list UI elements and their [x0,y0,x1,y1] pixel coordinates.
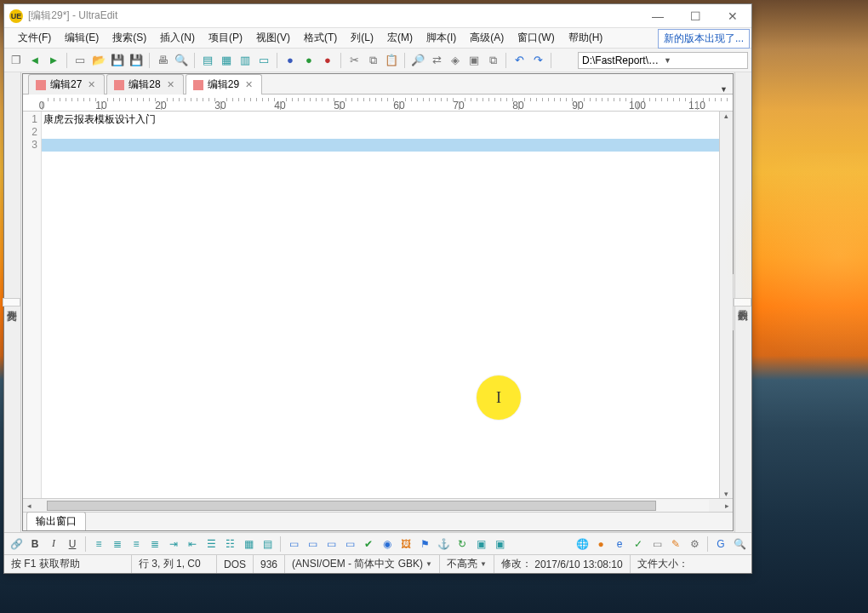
italic-button[interactable]: I [45,536,62,553]
tool1-icon[interactable]: ▭ [648,536,665,553]
scroll-thumb[interactable] [47,501,656,511]
scroll-left-icon[interactable]: ◂ [23,501,35,510]
tab-edit28[interactable]: 编辑28 ✕ [106,74,183,95]
edit-icon[interactable]: ✎ [667,536,684,553]
panel-function-list[interactable]: 函数列表 [734,298,751,306]
grid-icon[interactable]: ▦ [218,52,235,69]
tag2-icon[interactable]: ▭ [304,536,321,553]
back-icon[interactable]: ◄ [26,52,43,69]
output-tab[interactable]: 输出窗口 [26,512,86,530]
tag4-icon[interactable]: ▭ [341,536,358,553]
tag1-icon[interactable]: ▭ [285,536,302,553]
scroll-right-icon[interactable]: ▸ [721,501,733,510]
menu-edit[interactable]: 编辑(E) [58,28,106,48]
goto-icon[interactable]: ▣ [465,52,483,69]
undo-icon[interactable]: ↶ [511,52,528,69]
underline-button[interactable]: U [64,536,81,553]
column-icon[interactable]: ▥ [237,52,254,69]
left-side-panel[interactable]: 文件列表 [4,72,21,532]
save-as-icon[interactable]: 💾 [128,52,145,69]
browser-ie-icon[interactable]: e [611,536,628,553]
menu-project[interactable]: 项目(P) [202,28,249,48]
close-icon[interactable]: ✕ [86,79,97,90]
panel-file-list[interactable]: 文件列表 [3,298,20,306]
align-left-icon[interactable]: ≡ [90,536,107,553]
google-icon[interactable]: G [712,536,729,553]
right-side-panel[interactable]: 函数列表 XML 窗口 剪贴板历史记录 查找和替换 [734,72,751,532]
code-line[interactable] [42,126,719,139]
tab-edit27[interactable]: 编辑27 ✕ [28,74,105,95]
titlebar[interactable]: UE [编辑29*] - UltraEdit — ☐ ✕ [4,4,751,28]
list-ul-icon[interactable]: ☰ [203,536,220,553]
new-version-notice[interactable]: 新的版本出现了... [658,29,750,49]
align-center-icon[interactable]: ≣ [109,536,126,553]
check-icon[interactable]: ✔ [360,536,377,553]
settings-icon[interactable]: ⚙ [686,536,703,553]
refresh-icon[interactable]: ↻ [454,536,471,553]
path-combobox[interactable]: D:\FastReport\PDFToolKit\Deb ▼ [578,52,748,69]
code-line-selected[interactable] [42,139,719,152]
anchor-icon[interactable]: ⚓ [435,536,452,553]
code-line[interactable]: 康虎云报表模板设计入门 [42,113,719,126]
vertical-scrollbar[interactable] [719,112,733,498]
ruler[interactable]: 0102030405060708090100110 [23,95,733,112]
bookmark-icon[interactable]: ◈ [447,52,464,69]
minimize-button[interactable]: — [639,4,677,28]
tag3-icon[interactable]: ▭ [323,536,340,553]
save-icon[interactable]: 💾 [109,52,126,69]
close-icon[interactable]: ✕ [165,79,176,90]
scroll-track[interactable] [47,500,709,512]
justify-icon[interactable]: ≣ [146,536,163,553]
radio-icon[interactable]: ◉ [379,536,396,553]
code-area[interactable]: 康虎云报表模板设计入门 [42,112,719,498]
ue-red-icon[interactable]: ● [319,52,336,69]
bold-button[interactable]: B [26,536,43,553]
browser-chrome-icon[interactable]: 🌐 [574,536,591,553]
open-file-icon[interactable]: 📂 [90,52,107,69]
ue-green-icon[interactable]: ● [300,52,317,69]
image-icon[interactable]: 🖼 [397,536,414,553]
menu-search[interactable]: 搜索(S) [106,28,153,48]
menu-macro[interactable]: 宏(M) [380,28,420,48]
print-icon[interactable]: 🖶 [154,52,171,69]
menu-file[interactable]: 文件(F) [11,28,58,48]
save-all-icon[interactable]: ❐ [8,52,25,69]
replace-icon[interactable]: ⇄ [428,52,445,69]
indent-icon[interactable]: ⇥ [165,536,182,553]
menu-column[interactable]: 列(L) [344,28,380,48]
status-highlight[interactable]: 不高亮▼ [440,555,494,573]
status-encoding[interactable]: (ANSI/OEM - 简体中文 GBK)▼ [285,555,440,573]
search-web-icon[interactable]: 🔍 [731,536,748,553]
redo-icon[interactable]: ↷ [529,52,546,69]
chevron-down-icon[interactable]: ▼ [664,56,744,65]
outdent-icon[interactable]: ⇤ [184,536,201,553]
export-icon[interactable]: ▣ [472,536,489,553]
maximize-button[interactable]: ☐ [677,4,714,28]
menu-insert[interactable]: 插入(N) [153,28,202,48]
horizontal-scrollbar[interactable]: ◂ ▸ [23,498,733,512]
block2-icon[interactable]: ▤ [259,536,276,553]
forward-icon[interactable]: ► [45,52,62,69]
menu-advanced[interactable]: 高级(A) [463,28,511,48]
link-icon[interactable]: 🔗 [8,536,25,553]
import-icon[interactable]: ▣ [491,536,508,553]
block-icon[interactable]: ▦ [240,536,257,553]
align-right-icon[interactable]: ≡ [128,536,145,553]
flag-icon[interactable]: ⚑ [416,536,433,553]
menu-format[interactable]: 格式(T) [297,28,344,48]
cut-icon[interactable]: ✂ [345,52,363,69]
close-button[interactable]: ✕ [714,4,751,28]
preview-icon[interactable]: 🔍 [173,52,190,69]
list-ol-icon[interactable]: ☷ [221,536,238,553]
list-icon[interactable]: ▤ [199,52,216,69]
validate-icon[interactable]: ✓ [630,536,647,553]
new-file-icon[interactable]: ▭ [71,52,89,69]
paste-icon[interactable]: 📋 [383,52,400,69]
close-icon[interactable]: ✕ [243,79,254,90]
menu-window[interactable]: 窗口(W) [511,28,561,48]
wrap-icon[interactable]: ▭ [255,52,272,69]
tabs-dropdown[interactable]: ▼ [720,85,728,94]
tab-edit29[interactable]: 编辑29 ✕ [186,74,262,95]
browser-firefox-icon[interactable]: ● [592,536,609,553]
menu-script[interactable]: 脚本(I) [420,28,463,48]
